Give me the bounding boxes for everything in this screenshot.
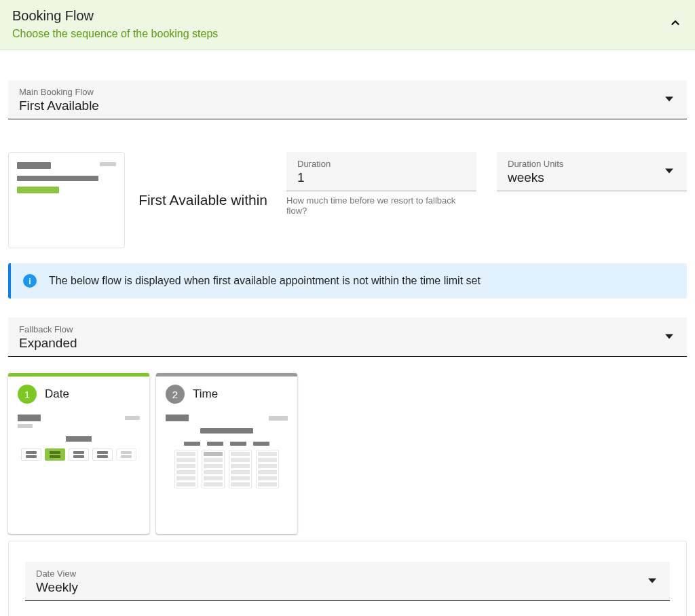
chevron-down-icon [648,575,656,588]
chevron-down-icon [665,166,673,178]
duration-helper: How much time before we resort to fallba… [286,195,476,216]
select-value: Weekly [36,580,659,595]
booking-flow-accordion-header[interactable]: Booking Flow Choose the sequence of the … [0,0,695,50]
step-card-date[interactable]: 1 Date [8,373,149,534]
date-step-preview [8,412,149,474]
select-label: Main Booking Flow [19,87,676,97]
step-number: 1 [18,385,37,404]
step-title: Time [193,387,218,401]
section-title: Booking Flow [12,8,218,24]
chevron-up-icon[interactable] [668,16,683,33]
info-banner: i The below flow is displayed when first… [8,263,687,299]
chevron-down-icon [665,331,673,343]
select-label: Date View [36,569,659,579]
step-card-time[interactable]: 2 Time [156,373,297,534]
main-booking-flow-select[interactable]: Main Booking Flow First Available [8,80,687,119]
select-value: Expanded [19,336,676,351]
section-subtitle: Choose the sequence of the booking steps [12,28,218,40]
select-label: Duration Units [508,159,676,169]
time-step-preview [156,412,297,534]
first-available-label: First Available within [138,192,267,208]
chevron-down-icon [665,94,673,106]
step-number: 2 [166,385,185,404]
date-view-select[interactable]: Date View Weekly [25,562,670,601]
step-settings-panel: Date View Weekly [8,541,687,616]
select-value: First Available [19,98,676,113]
duration-units-select[interactable]: Duration Units weeks [497,152,687,191]
select-label: Fallback Flow [19,324,676,334]
input-value: 1 [297,170,466,185]
fallback-flow-select[interactable]: Fallback Flow Expanded [8,317,687,357]
step-title: Date [45,387,69,401]
first-available-preview [8,152,125,248]
select-value: weeks [508,170,676,185]
info-text: The below flow is displayed when first a… [49,275,481,287]
info-icon: i [23,274,37,288]
duration-input[interactable]: Duration 1 [286,152,476,191]
input-label: Duration [297,159,466,169]
